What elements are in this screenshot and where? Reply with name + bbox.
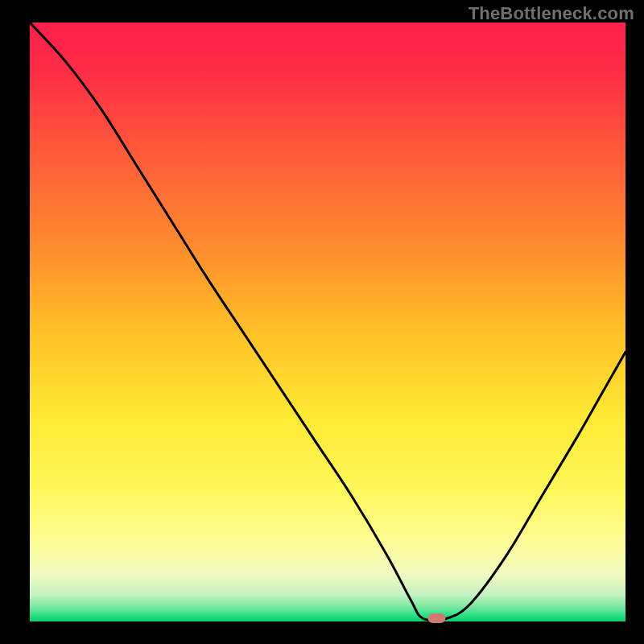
plot-background <box>30 23 625 621</box>
watermark-text: TheBottleneck.com <box>469 3 634 24</box>
bottleneck-chart <box>0 0 644 644</box>
optimal-marker <box>427 613 445 623</box>
chart-stage: TheBottleneck.com <box>0 0 644 644</box>
